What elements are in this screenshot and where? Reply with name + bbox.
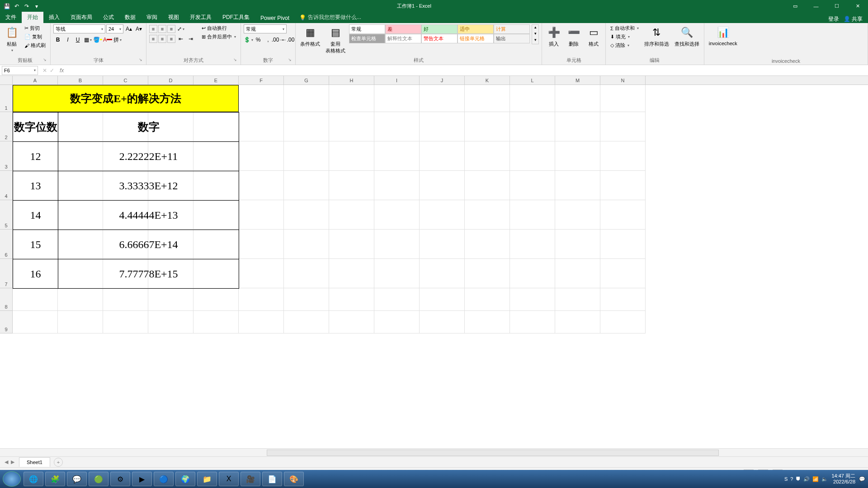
column-header-B[interactable]: B [58,76,103,84]
cell[interactable] [329,171,374,200]
decrease-decimal-button[interactable]: ←.00 [283,35,292,44]
cell[interactable] [329,200,374,230]
cell[interactable] [103,311,148,333]
increase-indent-button[interactable]: ⇥ [186,34,195,43]
cell[interactable] [555,141,600,171]
accounting-format-button[interactable]: 💲▾ [244,35,253,44]
taskbar-item[interactable]: 🎨 [284,472,304,486]
sheet-tab-sheet1[interactable]: Sheet1 [19,457,50,467]
gallery-up-icon[interactable]: ▴ [532,25,538,31]
table-header[interactable]: 数字位数 [13,113,58,142]
cell[interactable] [13,288,58,311]
taskbar-item[interactable]: 🌐 [24,472,43,486]
cell[interactable] [510,200,555,230]
cell[interactable] [510,141,555,171]
conditional-format-button[interactable]: ▦条件格式 [298,24,322,48]
fx-icon[interactable]: fx [57,67,66,74]
column-header-H[interactable]: H [329,76,374,84]
taskbar-item[interactable]: ⚙ [110,472,130,486]
cell[interactable] [239,85,284,112]
cell[interactable] [329,230,374,259]
align-launcher-icon[interactable]: ↘ [233,57,237,62]
tray-icon[interactable]: ? [790,476,793,482]
row-header-4[interactable]: 4 [0,171,13,200]
tab-view[interactable]: 视图 [163,12,184,23]
gallery-more-icon[interactable]: ▾ [532,38,538,44]
worksheet-grid[interactable]: ABCDEFGHIJKLMN 123456789 数字变成E+的解决方法 数字位… [0,76,868,448]
cell[interactable] [600,230,646,259]
formula-input[interactable] [66,66,868,75]
cell[interactable] [284,200,329,230]
cell[interactable] [374,112,420,141]
cell[interactable] [239,311,284,333]
cell[interactable] [148,288,193,311]
copy-button[interactable]: 📄 复制 [23,33,47,41]
undo-icon[interactable]: ↶ [14,3,20,9]
cell[interactable] [239,259,284,288]
horizontal-scrollbar[interactable] [0,448,868,456]
cell[interactable] [555,200,600,230]
login-link[interactable]: 登录 [828,15,839,23]
column-header-F[interactable]: F [239,76,284,84]
delete-cells-button[interactable]: ➖删除 [565,24,583,48]
tray-icon[interactable]: 📶 [812,476,819,482]
cell[interactable] [555,288,600,311]
invoicecheck-button[interactable]: 📊invoicecheck [707,24,739,47]
action-center-icon[interactable]: 💬 [859,476,865,482]
cell[interactable] [420,141,465,171]
cell[interactable] [284,288,329,311]
cell[interactable] [239,112,284,141]
cell[interactable] [600,85,646,112]
taskbar-item[interactable]: 🎥 [241,472,260,486]
cell[interactable] [58,311,103,333]
cell[interactable] [555,112,600,141]
table-cell[interactable]: 13 [13,171,58,201]
ribbon-options-icon[interactable]: ▭ [785,0,806,12]
tab-power-pivot[interactable]: Power Pivot [255,13,295,23]
cell[interactable] [600,141,646,171]
align-middle-button[interactable]: ≡ [158,25,166,33]
cell[interactable] [600,259,646,288]
tab-page-layout[interactable]: 页面布局 [65,12,98,23]
wrap-text-button[interactable]: ↩ 自动换行 [200,24,238,32]
number-format-combo[interactable]: 常规▾ [244,24,287,33]
tab-home[interactable]: 开始 [22,12,43,23]
cell[interactable] [374,259,420,288]
table-cell[interactable]: 15 [13,230,58,259]
taskbar-item[interactable]: 🧩 [45,472,65,486]
customize-qat-icon[interactable]: ▾ [33,3,40,9]
phonetic-button[interactable]: 拼▾ [113,35,122,44]
enter-formula-icon[interactable]: ✓ [50,67,54,74]
border-button[interactable]: ▦▾ [83,35,92,44]
cell[interactable] [284,171,329,200]
tray-icon[interactable]: ⛊ [796,476,801,482]
maximize-icon[interactable]: ☐ [826,0,847,12]
tray-icon[interactable]: 🔊 [803,476,810,482]
column-header-C[interactable]: C [103,76,148,84]
find-select-button[interactable]: 🔍查找和选择 [673,24,701,48]
cell[interactable] [239,141,284,171]
table-cell[interactable]: 3.33333E+12 [58,171,239,201]
taskbar-item[interactable]: ▶ [132,472,152,486]
table-cell[interactable]: 2.22222E+11 [58,142,239,171]
tab-pdf-tools[interactable]: PDF工具集 [217,12,255,23]
format-painter-button[interactable]: 🖌 格式刷 [23,42,47,49]
percent-button[interactable]: % [254,35,263,44]
font-color-button[interactable]: A [103,35,112,44]
sheet-nav-next-icon[interactable]: ▶ [11,459,14,465]
cell[interactable] [193,288,239,311]
orientation-button[interactable]: ⤢▾ [176,24,185,33]
cell[interactable] [465,288,510,311]
cell[interactable] [329,311,374,333]
taskbar-item[interactable]: X [219,472,239,486]
column-header-A[interactable]: A [13,76,58,84]
column-header-E[interactable]: E [193,76,239,84]
format-cells-button[interactable]: ▭格式 [585,24,603,48]
clear-button[interactable]: ◇ 清除▾ [609,42,641,49]
column-header-G[interactable]: G [284,76,329,84]
add-sheet-button[interactable]: + [54,458,63,467]
share-button[interactable]: 👤 共享 [844,15,863,23]
column-header-I[interactable]: I [374,76,420,84]
table-cell[interactable]: 16 [13,259,58,289]
cell[interactable] [510,259,555,288]
